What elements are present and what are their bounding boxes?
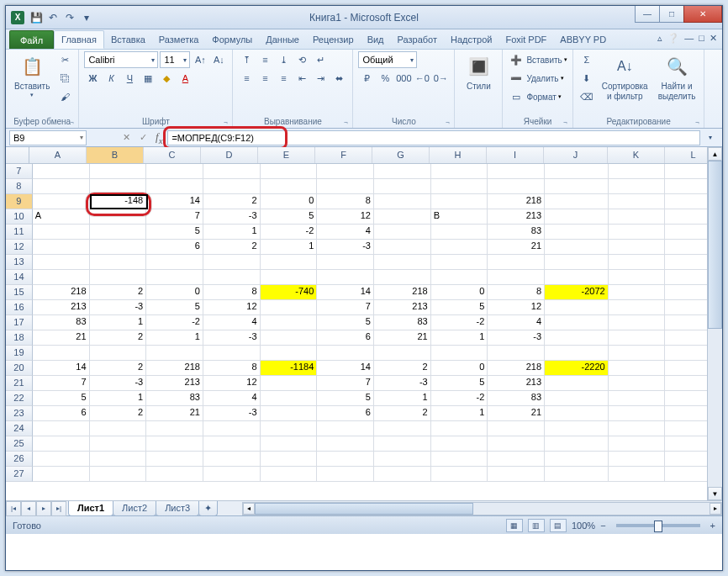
sheet-tab[interactable]: Лист3 <box>156 501 199 516</box>
cell[interactable] <box>317 421 374 436</box>
zoom-level[interactable]: 100% <box>572 521 595 531</box>
cell[interactable]: 1 <box>90 315 147 330</box>
cell[interactable] <box>261 467 318 482</box>
align-left-button[interactable]: ≡ <box>238 70 255 87</box>
cancel-formula-button[interactable]: ✕ <box>119 130 134 145</box>
wrap-text-button[interactable]: ↵ <box>312 51 329 68</box>
cell[interactable] <box>90 255 147 270</box>
cell[interactable] <box>545 421 609 436</box>
cell[interactable] <box>609 300 666 315</box>
cell[interactable]: 14 <box>146 194 203 209</box>
cell[interactable] <box>90 452 147 467</box>
cell[interactable]: -2 <box>146 315 203 330</box>
column-header[interactable]: A <box>29 147 87 163</box>
cell[interactable]: -2 <box>261 225 318 240</box>
fill-color-button[interactable]: ◆ <box>158 70 175 87</box>
cell[interactable] <box>609 164 666 179</box>
mdi-close-icon[interactable]: ✕ <box>710 33 717 44</box>
cell[interactable] <box>90 179 147 194</box>
cell[interactable]: 21 <box>146 406 203 421</box>
cell[interactable] <box>609 255 666 270</box>
qat-dropdown-icon[interactable]: ▾ <box>80 11 93 24</box>
row-header[interactable]: 7 <box>6 164 33 179</box>
tab-главная[interactable]: Главная <box>54 30 104 49</box>
cell[interactable]: 6 <box>146 240 203 255</box>
cell[interactable]: 12 <box>488 300 545 315</box>
cell[interactable] <box>317 270 374 285</box>
cell[interactable] <box>203 436 261 452</box>
cell[interactable] <box>609 421 666 436</box>
cell[interactable]: -2072 <box>545 285 609 300</box>
cell[interactable] <box>545 179 609 194</box>
align-right-button[interactable]: ≡ <box>275 70 292 87</box>
cell[interactable]: -740 <box>261 285 318 300</box>
cell[interactable] <box>203 467 261 482</box>
cell[interactable] <box>374 436 431 452</box>
cell[interactable]: 0 <box>261 194 318 209</box>
column-header[interactable]: H <box>430 147 487 163</box>
row-header[interactable]: 10 <box>6 209 33 225</box>
cell[interactable]: 2 <box>203 194 261 209</box>
format-painter-button[interactable]: 🖌 <box>56 88 73 105</box>
row-header[interactable]: 27 <box>6 467 33 482</box>
cell[interactable] <box>545 255 609 270</box>
cell[interactable] <box>609 240 666 255</box>
cell[interactable] <box>203 270 261 285</box>
cell[interactable]: 1 <box>431 330 488 346</box>
scroll-down-button[interactable]: ▼ <box>708 487 722 500</box>
cell[interactable] <box>545 225 609 240</box>
row-header[interactable]: 14 <box>6 270 33 285</box>
cell[interactable] <box>33 421 90 436</box>
cell[interactable] <box>545 300 609 315</box>
cell[interactable]: 5 <box>431 300 488 315</box>
cell[interactable] <box>33 346 90 361</box>
font-size-select[interactable]: 11 <box>160 51 190 68</box>
minimize-ribbon-icon[interactable]: ▵ <box>657 33 662 44</box>
cell[interactable] <box>261 436 318 452</box>
cell[interactable] <box>609 194 666 209</box>
cell[interactable]: -3 <box>203 209 261 225</box>
cell[interactable] <box>90 436 147 452</box>
help-icon[interactable]: ❔ <box>667 33 679 44</box>
horizontal-scrollbar[interactable]: ◂ ▸ <box>242 502 722 515</box>
shrink-font-button[interactable]: A↓ <box>210 51 227 68</box>
cell[interactable]: 7 <box>146 209 203 225</box>
cell[interactable] <box>261 391 318 406</box>
cell[interactable] <box>146 255 203 270</box>
cell[interactable]: 8 <box>317 194 374 209</box>
cell[interactable] <box>90 209 147 225</box>
row-header[interactable]: 23 <box>6 406 33 421</box>
increase-decimal-button[interactable]: ←0 <box>414 70 430 87</box>
cell[interactable]: 1 <box>203 225 261 240</box>
underline-button[interactable]: Ч <box>121 70 138 87</box>
cell[interactable]: 2 <box>203 240 261 255</box>
cell[interactable]: 6 <box>317 330 374 346</box>
cell[interactable] <box>609 315 666 330</box>
sheet-tab[interactable]: Лист1 <box>68 501 113 516</box>
cell[interactable] <box>545 467 609 482</box>
cell[interactable] <box>431 225 488 240</box>
cell[interactable] <box>609 270 666 285</box>
cell[interactable]: -2 <box>431 315 488 330</box>
cell[interactable] <box>431 164 488 179</box>
cell[interactable] <box>545 376 609 391</box>
row-header[interactable]: 15 <box>6 285 33 300</box>
cell[interactable] <box>488 346 545 361</box>
column-header[interactable]: D <box>201 147 258 163</box>
row-header[interactable]: 22 <box>6 391 33 406</box>
sheet-prev-button[interactable]: ◂ <box>21 501 36 516</box>
delete-icon[interactable]: ➖ <box>508 70 525 87</box>
tab-данные[interactable]: Данные <box>259 30 306 49</box>
cell[interactable]: 21 <box>33 330 90 346</box>
cell[interactable] <box>431 436 488 452</box>
cell[interactable]: 5 <box>261 209 318 225</box>
cell[interactable] <box>609 406 666 421</box>
cell[interactable]: 218 <box>33 285 90 300</box>
italic-button[interactable]: К <box>103 70 119 87</box>
cell[interactable] <box>261 315 318 330</box>
cell[interactable] <box>488 179 545 194</box>
cell[interactable]: 21 <box>488 406 545 421</box>
cell[interactable]: 21 <box>374 330 431 346</box>
sort-filter-button[interactable]: A↓ Сортировка и фильтр <box>599 51 652 103</box>
cell[interactable]: 213 <box>488 209 545 225</box>
